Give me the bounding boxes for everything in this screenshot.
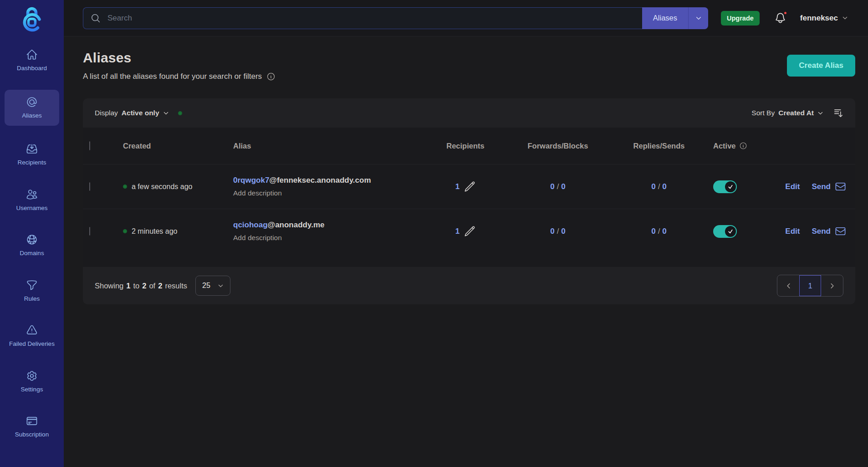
create-alias-button[interactable]: Create Alias [787,55,855,77]
select-all-checkbox[interactable] [89,141,90,150]
page-size-select[interactable]: 25 [195,276,230,296]
add-description-button[interactable]: Add description [233,189,429,197]
sort-label: Sort By [751,109,775,117]
sidebar-item-label: Failed Deliveries [9,340,55,348]
forwards-count: 0 [550,227,554,236]
recipients-count: 1 [455,227,460,236]
summary-text: of [149,282,155,290]
created-at-text: 2 minutes ago [132,227,178,236]
sort-dropdown[interactable]: Sort By Created At [751,108,843,118]
edit-link[interactable]: Edit [785,227,800,236]
created-at-text: a few seconds ago [132,183,192,191]
page-title: Aliases [83,50,276,66]
add-description-button[interactable]: Add description [233,234,429,242]
users-icon [26,189,38,200]
page-subtitle: A list of all the aliases found for your… [83,72,262,81]
blocks-count: 0 [561,182,565,191]
sidebar-item-dashboard[interactable]: Dashboard [5,44,59,77]
forwards-count: 0 [550,182,554,191]
warning-triangle-icon [26,324,38,336]
sort-descending-icon[interactable] [833,108,843,118]
sends-count: 0 [662,227,666,236]
ratio-separator: / [555,227,562,236]
edit-link[interactable]: Edit [785,182,800,191]
sidebar-item-settings[interactable]: Settings [5,365,59,398]
search-box [83,7,642,29]
send-link[interactable]: Send [812,181,846,192]
summary-to: 2 [142,282,146,290]
search-scope-dropdown[interactable]: Aliases [642,7,708,29]
notification-badge [783,11,787,15]
summary-from: 1 [126,282,130,290]
search-scope-chevron[interactable] [688,7,708,29]
chevron-down-icon [842,15,848,21]
at-symbol-icon [26,96,38,108]
alias-domain-part: @anonaddy.me [268,221,325,229]
active-toggle[interactable] [713,225,737,238]
previous-page-button[interactable] [777,275,799,296]
topbar: Aliases Upgrade fenneksec [64,0,868,36]
sidebar-item-failed-deliveries[interactable]: Failed Deliveries [5,320,59,353]
header-alias: Alias [233,142,429,150]
replies-count: 0 [651,227,655,236]
user-menu[interactable]: fenneksec [800,14,848,23]
sidebar-item-subscription[interactable]: Subscription [5,411,59,443]
next-page-button[interactable] [821,275,843,296]
sidebar-item-label: Rules [24,295,40,303]
alias-address[interactable]: qciohoag@anonaddy.me [233,221,429,230]
row-checkbox[interactable] [89,227,90,236]
search-scope-label: Aliases [642,7,688,29]
send-link[interactable]: Send [812,226,846,237]
table-bottom-spacer [83,253,855,267]
gear-icon [26,370,38,382]
pagination: 1 [777,275,843,297]
alias-local-part: 0rqwgok7 [233,176,269,185]
active-toggle[interactable] [713,180,737,193]
envelope-icon [835,226,846,237]
chevron-left-icon [785,282,792,289]
edit-recipients-pencil-icon[interactable] [464,226,475,237]
sidebar-item-label: Recipients [17,159,46,167]
alias-address[interactable]: 0rqwgok7@fenneksec.anonaddy.com [233,176,429,185]
sidebar-item-aliases[interactable]: Aliases [5,90,59,126]
active-filter-status-dot [178,111,182,115]
edit-recipients-pencil-icon[interactable] [464,181,475,192]
header-forwards-blocks: Forwards/Blocks [502,142,614,150]
search-group: Aliases [83,7,708,29]
replies-count: 0 [651,182,655,191]
sidebar-item-domains[interactable]: Domains [5,229,59,262]
chevron-right-icon [829,282,836,289]
header-created: Created [123,142,233,150]
alias-status-dot [123,229,127,233]
chevron-down-icon [817,110,823,116]
sidebar-item-label: Dashboard [17,64,47,72]
sidebar-item-label: Subscription [15,431,49,439]
header-active: Active [713,142,736,150]
summary-total: 2 [158,282,162,290]
notifications-button[interactable] [774,12,786,24]
alias-status-dot [123,185,127,189]
aliases-table: Created Alias Recipients Forwards/Blocks… [83,128,855,267]
sidebar-item-rules[interactable]: Rules [5,275,59,308]
globe-icon [26,234,38,246]
sidebar-item-recipients[interactable]: Recipients [5,139,59,171]
filter-bar: Display Active only Sort By Created At [83,98,855,128]
content-area: Aliases A list of all the aliases found … [64,36,868,467]
app-logo[interactable] [0,0,64,44]
current-page-button[interactable]: 1 [799,275,821,296]
display-filter-dropdown[interactable]: Display Active only [95,109,182,117]
chevron-down-icon [163,110,169,116]
results-summary: Showing 1 to 2 of 2 results [95,282,187,290]
row-checkbox[interactable] [89,182,90,191]
search-input[interactable] [107,13,635,23]
header-recipients: Recipients [429,142,502,150]
page-size-value: 25 [202,282,210,290]
chevron-down-icon [218,283,224,289]
sidebar-item-label: Usernames [16,204,47,212]
sidebar-item-label: Domains [20,249,44,257]
upgrade-button[interactable]: Upgrade [721,11,760,26]
blocks-count: 0 [561,227,565,236]
info-icon[interactable] [739,142,747,150]
sidebar-item-usernames[interactable]: Usernames [5,184,59,217]
info-icon[interactable] [266,72,276,81]
